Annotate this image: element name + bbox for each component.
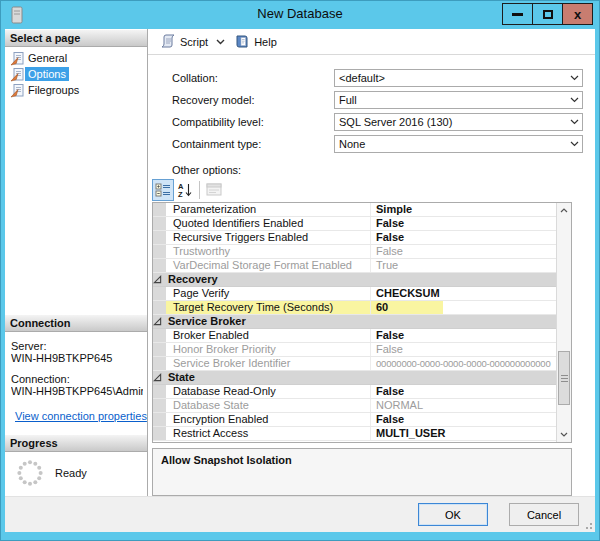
grid-row-database-state[interactable]: Database StateNORMAL — [153, 399, 556, 413]
server-label: Server: — [11, 340, 143, 352]
grid-indent-cell — [153, 357, 166, 370]
property-name-cell[interactable]: Target Recovery Time (Seconds) — [166, 301, 371, 314]
az-sort-icon: A Z — [177, 182, 193, 198]
grid-row-parameterization[interactable]: ParameterizationSimple — [153, 203, 556, 217]
property-value-cell[interactable]: 00000000-0000-0000-0000-000000000000 — [371, 357, 556, 370]
grid-indent-cell — [153, 287, 166, 300]
recovery-model-label: Recovery model: — [172, 94, 334, 106]
main-pane: Script Help — [147, 29, 595, 496]
grid-row-honor-broker-priority[interactable]: Honor Broker PriorityFalse — [153, 343, 556, 357]
minimize-icon — [512, 13, 523, 16]
sidebar-item-label: General — [25, 51, 70, 65]
view-connection-properties-link[interactable]: View connection properties — [15, 410, 147, 422]
property-value-cell[interactable]: 60 — [371, 301, 556, 314]
recovery-model-select[interactable]: Full — [334, 91, 583, 109]
categorized-view-button[interactable] — [152, 179, 174, 201]
close-button[interactable]: x — [562, 3, 593, 25]
dialog-toolbar: Script Help — [148, 29, 595, 55]
grid-row-recursive-triggers-enabled[interactable]: Recursive Triggers EnabledFalse — [153, 231, 556, 245]
categorized-icon — [155, 182, 171, 198]
property-value-cell[interactable]: False — [371, 385, 556, 398]
property-value-cell[interactable]: False — [371, 217, 556, 230]
compatibility-level-select[interactable]: SQL Server 2016 (130) — [334, 113, 583, 131]
grid-row-quoted-identifiers-enabled[interactable]: Quoted Identifiers EnabledFalse — [153, 217, 556, 231]
property-name-cell[interactable]: Page Verify — [166, 287, 371, 300]
category-name: Recovery — [168, 273, 218, 286]
script-dropdown-caret-icon[interactable] — [216, 39, 225, 45]
maximize-button[interactable] — [532, 3, 563, 25]
collapse-triangle-icon — [153, 275, 162, 284]
chevron-down-icon — [567, 75, 582, 81]
compatibility-level-label: Compatibility level: — [172, 116, 334, 128]
property-name-cell[interactable]: VarDecimal Storage Format Enabled — [166, 259, 371, 272]
minimize-button[interactable] — [502, 3, 533, 25]
property-name-cell[interactable]: Trustworthy — [166, 245, 371, 258]
sidebar-item-filegroups[interactable]: Filegroups — [8, 82, 147, 98]
property-value-cell[interactable]: False — [371, 329, 556, 342]
grid-row-trustworthy[interactable]: TrustworthyFalse — [153, 245, 556, 259]
containment-type-select[interactable]: None — [334, 135, 583, 153]
grid-row-broker-enabled[interactable]: Broker EnabledFalse — [153, 329, 556, 343]
grid-row-database-read-only[interactable]: Database Read-OnlyFalse — [153, 385, 556, 399]
cancel-button[interactable]: Cancel — [509, 503, 579, 526]
property-name-cell[interactable]: Broker Enabled — [166, 329, 371, 342]
property-value-cell[interactable]: False — [371, 343, 556, 356]
grid-indent-cell — [153, 203, 166, 216]
script-button[interactable]: Script — [156, 31, 212, 53]
category-name: State — [168, 371, 195, 384]
property-name-cell[interactable]: Service Broker Identifier — [166, 357, 371, 370]
property-value-cell[interactable]: Simple — [371, 203, 556, 216]
property-value-cell[interactable]: False — [371, 231, 556, 244]
grid-category-state[interactable]: State — [153, 371, 556, 385]
grid-row-encryption-enabled[interactable]: Encryption EnabledFalse — [153, 413, 556, 427]
grid-row-page-verify[interactable]: Page VerifyCHECKSUM — [153, 287, 556, 301]
sidebar-item-label: Filegroups — [25, 83, 82, 97]
resize-grip[interactable] — [590, 527, 592, 529]
page-list: General Options Filegroups — [5, 47, 147, 98]
property-name-cell[interactable]: Quoted Identifiers Enabled — [166, 217, 371, 230]
server-value: WIN-HH9BTKPP645 — [11, 352, 143, 364]
grid-indent-cell — [153, 385, 166, 398]
property-name-cell[interactable]: Recursive Triggers Enabled — [166, 231, 371, 244]
alphabetical-sort-button[interactable]: A Z — [174, 179, 196, 201]
property-value-cell[interactable]: CHECKSUM — [371, 287, 556, 300]
connection-header: Connection — [5, 314, 147, 332]
sidebar-item-options[interactable]: Options — [8, 66, 147, 82]
sidebar-item-general[interactable]: General — [8, 50, 147, 66]
property-name-cell[interactable]: Honor Broker Priority — [166, 343, 371, 356]
property-name-cell[interactable]: Database Read-Only — [166, 385, 371, 398]
ok-button[interactable]: OK — [418, 503, 488, 526]
help-label: Help — [254, 36, 277, 48]
collation-label: Collation: — [172, 72, 334, 84]
grid-indent-cell — [153, 427, 166, 440]
connection-section: Server: WIN-HH9BTKPP645 Connection: WIN-… — [5, 332, 147, 434]
help-button[interactable]: Help — [231, 31, 281, 53]
progress-spinner-icon — [17, 460, 43, 486]
property-name-cell[interactable]: Database State — [166, 399, 371, 412]
connection-value: WIN-HH9BTKPP645\Administrato — [11, 385, 143, 397]
grid-indent-cell — [153, 231, 166, 244]
scroll-up-button[interactable] — [557, 203, 571, 218]
property-value-cell[interactable]: NORMAL — [371, 399, 556, 412]
grid-row-service-broker-identifier[interactable]: Service Broker Identifier00000000-0000-0… — [153, 357, 556, 371]
grid-scrollbar[interactable] — [556, 203, 571, 442]
new-database-dialog: New Database x Select a page General Opt… — [0, 0, 600, 541]
grid-category-service-broker[interactable]: Service Broker — [153, 315, 556, 329]
grid-indent-cell — [153, 413, 166, 426]
property-name-cell[interactable]: Parameterization — [166, 203, 371, 216]
property-name-cell[interactable]: Encryption Enabled — [166, 413, 371, 426]
property-name-cell[interactable]: Restrict Access — [166, 427, 371, 440]
collation-select[interactable]: <default> — [334, 69, 583, 87]
grid-row-vardecimal-storage-format-enabled[interactable]: VarDecimal Storage Format EnabledTrue — [153, 259, 556, 273]
scroll-down-button[interactable] — [557, 427, 571, 442]
property-value-cell[interactable]: True — [371, 259, 556, 272]
grid-row-restrict-access[interactable]: Restrict AccessMULTI_USER — [153, 427, 556, 441]
property-description-panel: Allow Snapshot Isolation — [152, 448, 572, 496]
property-value-cell[interactable]: MULTI_USER — [371, 427, 556, 440]
property-value-cell[interactable]: False — [371, 245, 556, 258]
property-value-cell[interactable]: False — [371, 413, 556, 426]
scroll-thumb[interactable] — [558, 351, 570, 405]
chevron-up-icon — [560, 208, 568, 213]
grid-category-recovery[interactable]: Recovery — [153, 273, 556, 287]
grid-row-target-recovery-time-seconds[interactable]: Target Recovery Time (Seconds)60 — [153, 301, 556, 315]
